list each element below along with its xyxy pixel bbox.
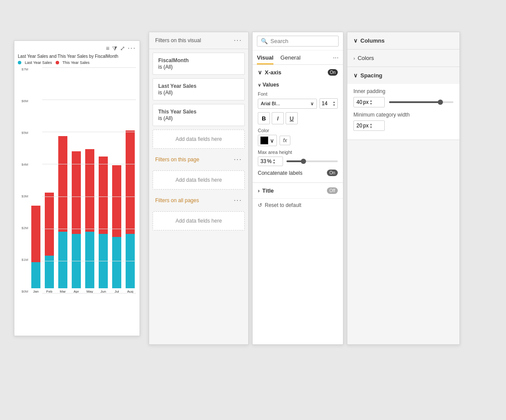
inner-padding-slider[interactable]: [389, 101, 453, 103]
color-row-wrap: Color ∨ fx: [258, 128, 338, 146]
add-data-page[interactable]: Add data fields here: [153, 170, 245, 190]
reset-row[interactable]: ↺ Reset to default: [253, 198, 343, 212]
color-row: ∨ fx: [258, 135, 338, 146]
min-category-label: Minimum category width: [353, 112, 453, 118]
filter-card-lastyear[interactable]: Last Year Sales is (All): [153, 78, 245, 100]
bar-thisyear-feb: [45, 193, 54, 256]
italic-button[interactable]: I: [272, 112, 284, 124]
font-row-wrap: Font Arial Bl... ∨ 14 ▲ ▼: [258, 91, 338, 109]
filters-panel: Filters on this visual ··· FiscalMonth i…: [149, 32, 249, 345]
percent-down[interactable]: ▼: [273, 161, 276, 164]
y-label-5m: $5M: [18, 131, 28, 135]
bar-stack-may: [84, 149, 96, 288]
y-label-7m: $7M: [18, 67, 28, 71]
fx-button[interactable]: fx: [280, 136, 290, 145]
inner-padding-stepper[interactable]: ▲ ▼: [370, 99, 373, 105]
bold-italic-row: B I U: [258, 112, 338, 124]
xaxis-toggle[interactable]: On: [328, 69, 338, 76]
y-axis: $7M $6M $5M $4M $3M $2M $1M $0M: [18, 67, 30, 302]
inner-padding-unit: px: [363, 99, 369, 105]
percent-stepper[interactable]: ▲ ▼: [273, 158, 276, 164]
legend-label-lastyear: Last Year Sales: [25, 60, 52, 65]
title-label: Title: [262, 187, 274, 194]
y-label-2m: $2M: [18, 226, 28, 230]
bar-stack-jun: [97, 157, 109, 288]
title-left: › Title: [258, 187, 274, 194]
font-dropdown-arrow: ∨: [310, 101, 314, 107]
inner-padding-input[interactable]: 40 px ▲ ▼: [353, 97, 385, 107]
min-category-up[interactable]: ▲: [370, 123, 373, 126]
min-category-row: 20 px ▲ ▼: [353, 120, 453, 131]
filters-page-more[interactable]: ···: [234, 156, 242, 163]
bar-group-jun: Jun: [97, 157, 109, 293]
spacing-section-header[interactable]: ∨ Spacing: [347, 67, 459, 84]
title-toggle[interactable]: Off: [327, 187, 338, 194]
filter-lastyear-value: is (All): [158, 90, 173, 96]
max-area-row-wrap: Max area height 33 % ▲ ▼: [258, 150, 338, 166]
concatenate-row: Concatenate labels On: [258, 170, 338, 176]
chart-toolbar: ≡ ⧩ ⤢ ···: [18, 44, 136, 52]
add-data-allpages[interactable]: Add data fields here: [153, 211, 245, 230]
inner-padding-down[interactable]: ▼: [370, 102, 373, 105]
bar-stack-mar: [57, 136, 69, 288]
tabs-bar: Visual General ···: [253, 50, 343, 65]
filter-card-thisyear[interactable]: This Year Sales is (All): [153, 104, 245, 126]
xaxis-section-header[interactable]: ∨ X-axis On: [253, 65, 343, 80]
font-size-up[interactable]: ▲: [333, 100, 336, 103]
spacing-label: Spacing: [360, 72, 383, 79]
concatenate-label: Concatenate labels: [258, 170, 303, 176]
min-category-input[interactable]: 20 px ▲ ▼: [353, 120, 385, 131]
color-dropdown-arrow: ∨: [270, 137, 274, 144]
bar-label-apr: Apr: [73, 290, 79, 293]
bar-thisyear-jun: [99, 157, 108, 234]
font-size-input[interactable]: 14 ▲ ▼: [320, 98, 338, 109]
columns-chevron: ∨: [353, 37, 358, 44]
tab-more-options[interactable]: ···: [333, 54, 339, 64]
underline-button[interactable]: U: [286, 112, 298, 124]
font-size-stepper[interactable]: ▲ ▼: [333, 100, 336, 107]
percent-up[interactable]: ▲: [273, 158, 276, 161]
search-input-wrap[interactable]: 🔍: [257, 36, 339, 47]
colors-section-header[interactable]: › Colors: [347, 50, 459, 67]
search-input[interactable]: [270, 38, 343, 44]
tab-visual[interactable]: Visual: [257, 54, 273, 64]
percent-input[interactable]: 33 % ▲ ▼: [258, 157, 283, 166]
filter-card-fiscalmonth[interactable]: FiscalMonth is (All): [153, 53, 245, 75]
legend-label-thisyear: This Year Sales: [63, 60, 90, 65]
inner-padding-up[interactable]: ▲: [370, 99, 373, 102]
bar-stack-feb: [43, 193, 55, 288]
font-size-down[interactable]: ▼: [333, 103, 336, 107]
min-category-down[interactable]: ▼: [370, 126, 373, 129]
min-category-stepper[interactable]: ▲ ▼: [370, 123, 373, 129]
add-data-visual[interactable]: Add data fields here: [153, 130, 245, 149]
color-swatch-wrap[interactable]: ∨: [258, 135, 277, 146]
filters-allpages-more[interactable]: ···: [234, 197, 242, 204]
bar-lastyear-feb: [45, 256, 54, 288]
title-section[interactable]: › Title Off: [253, 183, 343, 198]
y-label-3m: $3M: [18, 194, 28, 198]
font-select-dropdown[interactable]: Arial Bl... ∨: [258, 99, 317, 109]
xaxis-label: X-axis: [265, 69, 281, 76]
percent-unit: %: [267, 158, 272, 164]
concatenate-toggle[interactable]: On: [327, 170, 338, 176]
bar-label-may: May: [87, 290, 93, 293]
more-options-icon[interactable]: ···: [128, 44, 136, 52]
color-label: Color: [258, 128, 338, 133]
filter-icon[interactable]: ⧩: [112, 45, 117, 52]
values-subsection-header: ∨ Values: [258, 82, 338, 88]
max-area-slider[interactable]: [286, 160, 338, 162]
y-label-1m: $1M: [18, 258, 28, 262]
xaxis-section-content: ∨ Values Font Arial Bl... ∨ 14 ▲: [253, 80, 343, 183]
bar-thisyear-apr: [72, 151, 81, 234]
columns-section-header[interactable]: ∨ Columns: [347, 32, 459, 49]
bar-thisyear-mar: [58, 136, 68, 232]
tab-general[interactable]: General: [280, 54, 300, 64]
expand-icon[interactable]: ⤢: [120, 45, 125, 52]
filter-lastyear-title: Last Year Sales: [158, 83, 239, 89]
bold-button[interactable]: B: [258, 112, 270, 124]
legend-dot-lastyear: [18, 61, 21, 64]
hamburger-icon[interactable]: ≡: [106, 45, 109, 52]
bar-group-mar: Mar: [57, 136, 69, 293]
color-swatch: [260, 137, 268, 144]
filters-visual-more[interactable]: ···: [234, 37, 242, 44]
